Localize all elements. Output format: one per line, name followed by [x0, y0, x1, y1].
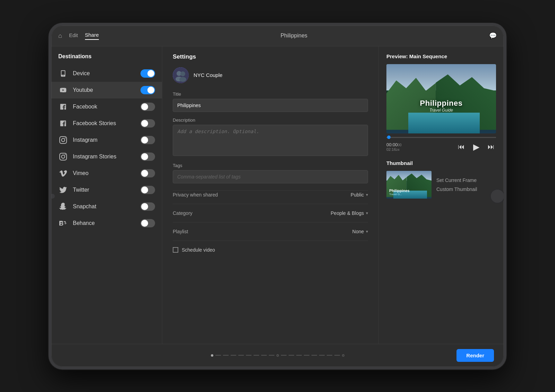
privacy-value: Public: [351, 192, 364, 198]
sidebar-item-device[interactable]: Device: [51, 65, 162, 82]
home-icon[interactable]: ⌂: [58, 32, 62, 40]
playlist-label: Playlist: [173, 229, 352, 234]
avatar-image: [173, 67, 189, 83]
sidebar: Destinations Device Youtube: [51, 46, 162, 344]
tags-field-label: Tags: [173, 163, 368, 168]
time-display: 00:0000 02:1624: [386, 142, 456, 151]
device-icon: [58, 69, 68, 78]
device-toggle[interactable]: [140, 69, 155, 78]
progress-indicator: [387, 136, 391, 139]
sidebar-title: Destinations: [51, 53, 162, 65]
twitter-icon: [58, 185, 68, 195]
sidebar-item-snapchat[interactable]: Snapchat: [51, 198, 162, 215]
header: ⌂ Edit Share Philippines 💬: [51, 26, 504, 46]
instagram-stories-label: Instagram Stories: [73, 154, 140, 160]
progress-line-16: [334, 355, 340, 356]
custom-thumbnail-button[interactable]: Custom Thumbnail: [436, 186, 477, 192]
schedule-label: Schedule video: [182, 247, 215, 253]
category-label: Category: [173, 210, 331, 216]
header-nav: ⌂ Edit Share: [58, 32, 99, 40]
progress-dot-1: [211, 354, 213, 357]
privacy-select[interactable]: Public ▾: [351, 192, 368, 198]
video-overlay: Philippines Travel Guide: [420, 99, 463, 113]
progress-dot-mid: [276, 354, 279, 357]
progress-line-2: [223, 355, 229, 356]
behance-label: Behance: [73, 220, 140, 226]
youtube-icon: [58, 85, 68, 95]
behance-icon: [58, 218, 68, 228]
progress-dot-end: [342, 354, 344, 357]
progress-line-13: [311, 355, 317, 356]
category-select[interactable]: People & Blogs ▾: [331, 210, 368, 216]
video-preview: Philippines Travel Guide: [386, 64, 496, 133]
sidebar-item-facebook-stories[interactable]: Facebook Stories: [51, 115, 162, 132]
instagram-toggle[interactable]: [140, 136, 155, 144]
progress-line-7: [261, 355, 267, 356]
snapchat-icon: [58, 202, 68, 211]
twitter-toggle[interactable]: [140, 186, 155, 194]
thumbnail-label: Philippines Travel G...: [389, 189, 410, 196]
facebook-stories-label: Facebook Stories: [73, 120, 140, 127]
progress-line-10: [289, 355, 294, 356]
video-controls: 00:0000 02:1624 ⏮ ▶ ⏭: [386, 141, 496, 153]
facebook-stories-icon: [58, 119, 68, 128]
set-current-frame-button[interactable]: Set Current Frame: [436, 177, 477, 183]
youtube-toggle[interactable]: [140, 86, 155, 94]
instagram-stories-toggle[interactable]: [140, 153, 155, 161]
snapchat-toggle[interactable]: [140, 202, 155, 211]
device-frame: ⌂ Edit Share Philippines 💬 Destinations …: [49, 23, 506, 369]
description-input[interactable]: [173, 125, 368, 156]
progress-line-5: [246, 355, 251, 356]
sidebar-item-instagram[interactable]: Instagram: [51, 132, 162, 148]
sidebar-item-vimeo[interactable]: Vimeo: [51, 165, 162, 182]
schedule-checkbox[interactable]: [173, 247, 178, 253]
playlist-select[interactable]: None ▾: [352, 229, 368, 234]
category-value: People & Blogs: [331, 210, 364, 216]
privacy-row: Privacy when shared Public ▾: [173, 192, 368, 204]
video-progress-bar[interactable]: [386, 137, 496, 138]
bottom-bar: Render: [51, 344, 504, 367]
chat-icon[interactable]: 💬: [489, 32, 497, 40]
settings-panel: Settings: [162, 46, 379, 344]
behance-toggle[interactable]: [140, 219, 155, 227]
sidebar-item-facebook[interactable]: Facebook: [51, 98, 162, 115]
category-row: Category People & Blogs ▾: [173, 210, 368, 223]
twitter-label: Twitter: [73, 187, 140, 193]
render-button[interactable]: Render: [456, 349, 494, 362]
youtube-label: Youtube: [73, 87, 140, 93]
thumbnail-image: Philippines Travel G...: [386, 171, 432, 199]
progress-dots: [211, 354, 344, 357]
vimeo-toggle[interactable]: [140, 169, 155, 177]
preview-panel: Preview: Main Sequence Philippines Trave…: [379, 46, 504, 344]
home-button[interactable]: [490, 189, 505, 204]
title-input[interactable]: [173, 99, 368, 112]
video-subtitle-overlay: Travel Guide: [420, 108, 463, 113]
sidebar-item-youtube[interactable]: Youtube: [51, 82, 162, 98]
account-name: NYC Couple: [194, 72, 222, 78]
step-forward-button[interactable]: ⏭: [486, 141, 496, 152]
thumbnail-section-title: Thumbnail: [386, 160, 496, 166]
tab-edit[interactable]: Edit: [69, 32, 78, 40]
progress-line-9: [281, 355, 287, 356]
rewind-button[interactable]: ⏮: [456, 141, 466, 152]
playlist-value: None: [352, 229, 364, 234]
privacy-chevron: ▾: [366, 192, 368, 197]
progress-line-11: [296, 355, 302, 356]
sidebar-item-behance[interactable]: Behance: [51, 215, 162, 232]
sidebar-item-twitter[interactable]: Twitter: [51, 182, 162, 198]
sidebar-item-instagram-stories[interactable]: Instagram Stories: [51, 148, 162, 165]
tags-input[interactable]: [173, 170, 368, 183]
water-area: [408, 113, 479, 133]
progress-line-8: [269, 355, 274, 356]
snapchat-label: Snapchat: [73, 203, 140, 210]
privacy-label: Privacy when shared: [173, 192, 351, 198]
progress-line-15: [327, 355, 332, 356]
facebook-toggle[interactable]: [140, 103, 155, 111]
facebook-stories-toggle[interactable]: [140, 119, 155, 128]
tab-share[interactable]: Share: [85, 32, 99, 40]
thumbnail-actions: Set Current Frame Custom Thumbnail: [436, 177, 477, 192]
facebook-label: Facebook: [73, 104, 140, 110]
settings-title: Settings: [173, 53, 368, 60]
svg-point-4: [179, 77, 186, 82]
play-button[interactable]: ▶: [472, 141, 481, 153]
